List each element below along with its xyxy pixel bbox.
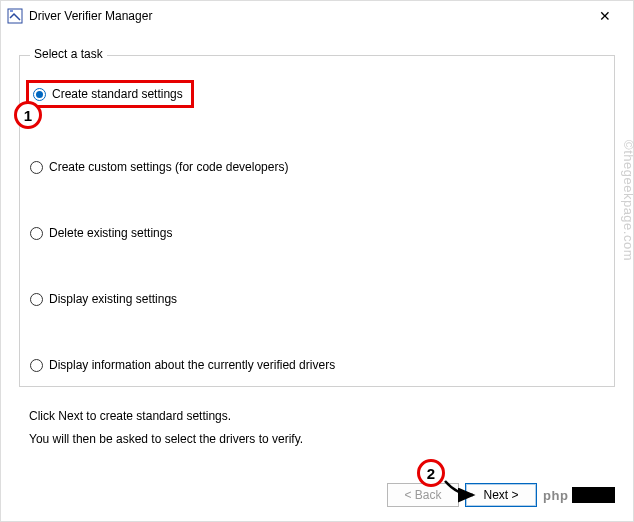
overlay-black-strip bbox=[572, 487, 615, 503]
radio-label-standard: Create standard settings bbox=[52, 87, 183, 101]
annotation-arrow-2 bbox=[443, 473, 483, 503]
cancel-button-area[interactable]: php bbox=[543, 483, 615, 507]
radio-label-custom: Create custom settings (for code develop… bbox=[49, 160, 288, 174]
task-groupbox: Select a task Create standard settings C… bbox=[19, 55, 615, 387]
page-watermark: ©thegeekpage.com bbox=[622, 140, 635, 261]
radio-row-display[interactable]: Display existing settings bbox=[30, 290, 604, 308]
radio-label-display: Display existing settings bbox=[49, 292, 177, 306]
hint-line-2: You will then be asked to select the dri… bbox=[29, 428, 615, 451]
radio-row-delete[interactable]: Delete existing settings bbox=[30, 224, 604, 242]
dialog-window: Driver Verifier Manager ✕ Select a task … bbox=[0, 0, 634, 522]
radio-row-custom[interactable]: Create custom settings (for code develop… bbox=[30, 158, 604, 176]
radio-display[interactable] bbox=[30, 293, 43, 306]
content-area: Select a task Create standard settings C… bbox=[1, 31, 633, 451]
php-overlay-text: php bbox=[543, 488, 568, 503]
radio-standard[interactable] bbox=[33, 88, 46, 101]
radio-label-delete: Delete existing settings bbox=[49, 226, 172, 240]
button-bar: < Back Next > php bbox=[387, 483, 615, 507]
radio-info[interactable] bbox=[30, 359, 43, 372]
radio-row-standard[interactable]: Create standard settings bbox=[30, 78, 604, 110]
radio-custom[interactable] bbox=[30, 161, 43, 174]
annotation-badge-1: 1 bbox=[14, 101, 42, 129]
radio-delete[interactable] bbox=[30, 227, 43, 240]
close-button[interactable]: ✕ bbox=[583, 2, 627, 30]
group-label: Select a task bbox=[30, 47, 107, 61]
hint-text: Click Next to create standard settings. … bbox=[19, 405, 615, 451]
app-icon bbox=[7, 8, 23, 24]
annotation-badge-2: 2 bbox=[417, 459, 445, 487]
hint-line-1: Click Next to create standard settings. bbox=[29, 405, 615, 428]
radio-row-info[interactable]: Display information about the currently … bbox=[30, 356, 604, 374]
radio-label-info: Display information about the currently … bbox=[49, 358, 335, 372]
close-icon: ✕ bbox=[599, 8, 611, 24]
window-title: Driver Verifier Manager bbox=[29, 9, 583, 23]
overlay-watermark: php bbox=[543, 483, 615, 507]
annotation-highlight-1: Create standard settings bbox=[26, 80, 194, 108]
title-bar: Driver Verifier Manager ✕ bbox=[1, 1, 633, 31]
